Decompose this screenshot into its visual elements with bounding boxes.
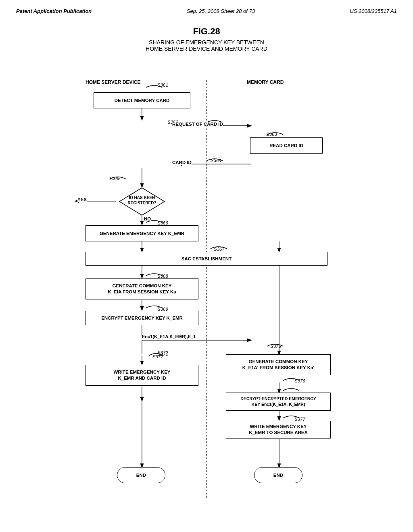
step-s361: S361 xyxy=(157,83,168,87)
header-right: US 2008/235517 A1 xyxy=(350,8,397,14)
column-label-right: MEMORY CARD xyxy=(247,79,284,85)
label-card-id: CARD ID xyxy=(172,160,192,165)
svg-text:REGISTERED?: REGISTERED? xyxy=(127,201,156,205)
step-s363: S363 xyxy=(266,132,277,137)
box-generate-common-key: GENERATE COMMON KEY K_EIA FROM SESSION K… xyxy=(86,278,198,299)
label-request-card-id: REQUEST OF CARD ID xyxy=(172,122,223,127)
step-s365: S365 xyxy=(110,176,121,181)
box-decrypt-encrypted: DECRYPT ENCRYPTED EMERGENCY KEY Enc1(K_E… xyxy=(226,393,331,411)
header: Patent Application Publication Sep. 25, … xyxy=(16,8,397,14)
fig-subtitle: SHARING OF EMERGENCY KEY BETWEEN HOME SE… xyxy=(146,39,267,52)
box-end2: END xyxy=(254,467,302,483)
label-enc1: Enc1(K_E1A,K_EMR),E_1 xyxy=(142,334,196,339)
box-read-card-id: READ CARD ID xyxy=(250,137,323,154)
box-generate-emergency-key: GENERATE EMERGENCY KEY K_EMR xyxy=(86,225,198,241)
step-s372: S372 xyxy=(152,354,163,359)
fig-title: FIG.28 xyxy=(193,26,220,37)
box-generate-common-key2: GENERATE COMMON KEY K_E1A' FROM SESSION … xyxy=(226,354,331,375)
label-yes: YES xyxy=(77,197,87,202)
step-s375: S375 xyxy=(270,344,281,349)
diagram-container: FIG.28 SHARING OF EMERGENCY KEY BETWEEN … xyxy=(16,26,397,511)
page: Patent Application Publication Sep. 25, … xyxy=(0,0,413,532)
header-left: Patent Application Publication xyxy=(16,8,92,14)
step-s376: S376 xyxy=(294,378,305,383)
box-sac-establishment: SAC ESTABLISHMENT xyxy=(86,252,327,266)
flowchart: HOME SERVER DEVICE MEMORY CARD S361 DETE… xyxy=(53,60,360,511)
label-no: NO xyxy=(144,216,151,221)
box-end1: END xyxy=(117,467,165,483)
svg-text:ID HAS BEEN: ID HAS BEEN xyxy=(129,195,155,200)
box-encrypt-emergency-key: ENCRYPT EMERGENCY KEY K_EMR xyxy=(86,311,198,325)
step-s366: S366 xyxy=(157,220,168,225)
box-detect-memory-card: DETECT MEMORY CARD xyxy=(94,92,190,108)
step-s367: S367 xyxy=(214,247,225,251)
step-s364: S364 xyxy=(211,158,221,163)
box-write-emergency-key2: WRITE EMERGENCY KEY K_EMR TO SECURE AREA xyxy=(226,421,331,438)
step-s368: S368 xyxy=(157,274,168,278)
column-label-left: HOME SERVER DEVICE xyxy=(86,79,140,85)
header-center: Sep. 25, 2008 Sheet 28 of 73 xyxy=(187,8,255,14)
box-write-emergency-key: WRITE EMERGENCY KEY K_EMR AND CARD ID xyxy=(86,365,198,386)
diamond-id-registered: ID HAS BEEN REGISTERED? xyxy=(119,187,165,216)
